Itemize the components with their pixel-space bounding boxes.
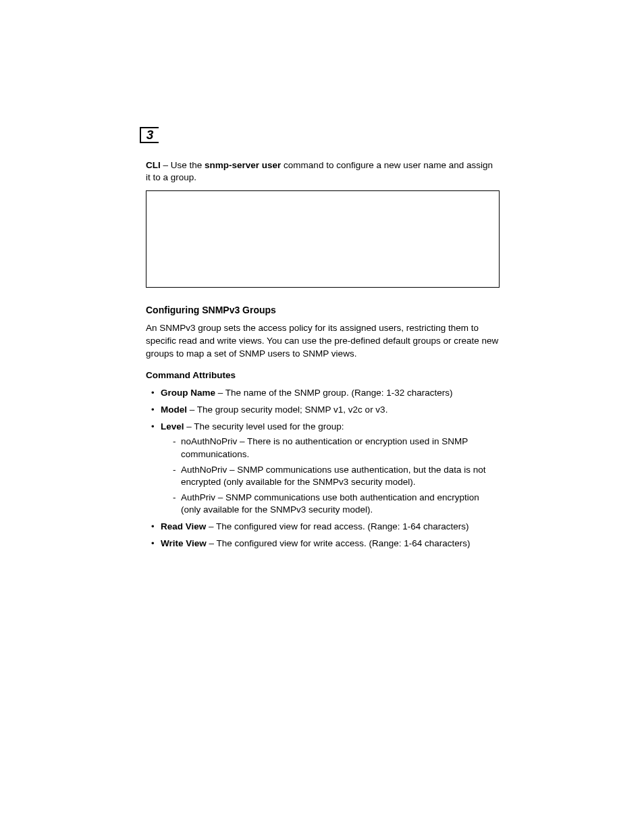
attr-label: Write View [161,538,207,548]
attr-label: Group Name [161,388,215,398]
attr-label: Read View [161,521,206,531]
sub-list-item: noAuthNoPriv – There is no authenticatio… [161,436,500,461]
code-example-box [146,190,500,288]
attr-text: – The configured view for write access. … [207,538,471,548]
sub-list: noAuthNoPriv – There is no authenticatio… [161,436,500,517]
cli-label: CLI [146,160,161,170]
list-item: Read View – The configured view for read… [146,521,500,533]
cli-intro-paragraph: CLI – Use the snmp-server user command t… [146,159,500,184]
list-item: Model – The group security model; SNMP v… [146,404,500,417]
chapter-number: 3 [146,128,154,142]
attr-label: Model [161,405,187,415]
section-paragraph: An SNMPv3 group sets the access policy f… [146,322,500,360]
sub-list-item: AuthNoPriv – SNMP communications use aut… [161,464,500,489]
section-heading: Configuring SNMPv3 Groups [146,304,500,317]
list-item: Write View – The configured view for wri… [146,538,500,550]
sub-list-item: AuthPriv – SNMP communications use both … [161,492,500,517]
attr-text: – The name of the SNMP group. (Range: 1-… [215,388,452,398]
list-item: Group Name – The name of the SNMP group.… [146,387,500,400]
attr-text: – The security level used for the group: [184,421,344,432]
attr-text: – The group security model; SNMP v1, v2c… [187,405,387,415]
intro-text-1: – Use the [161,160,205,170]
list-item: Level – The security level used for the … [146,421,500,517]
attributes-list: Group Name – The name of the SNMP group.… [146,387,500,550]
attr-text: – The configured view for read access. (… [206,521,468,531]
cli-command: snmp-server user [205,160,281,170]
attr-label: Level [161,421,184,432]
chapter-number-box: 3 [140,127,159,143]
page-content: CLI – Use the snmp-server user command t… [146,159,500,554]
attributes-heading: Command Attributes [146,369,500,382]
